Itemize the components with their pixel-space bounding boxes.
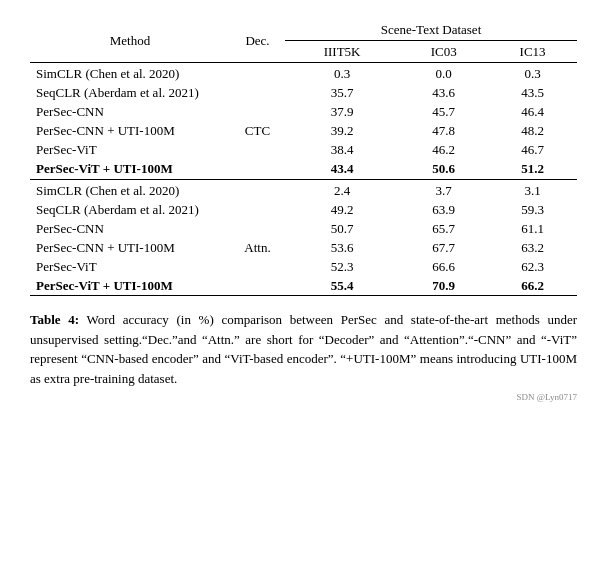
num-cell: 50.7 <box>285 219 399 238</box>
table-row: PerSec-ViT + UTI-100M43.450.651.2 <box>30 160 577 180</box>
num-cell: 3.1 <box>488 179 577 200</box>
table-row: SeqCLR (Aberdam et al. 2021)49.263.959.3 <box>30 200 577 219</box>
dec-cell: Attn. <box>230 238 285 257</box>
table-row: PerSec-CNN50.765.761.1 <box>30 219 577 238</box>
method-cell: SimCLR (Chen et al. 2020) <box>30 63 230 84</box>
num-cell: 0.0 <box>399 63 488 84</box>
table-row: SimCLR (Chen et al. 2020)0.30.00.3 <box>30 63 577 84</box>
dec-cell <box>230 276 285 296</box>
num-cell: 0.3 <box>285 63 399 84</box>
num-cell: 43.4 <box>285 160 399 180</box>
col-ic13: IC13 <box>488 41 577 63</box>
header-row-1: Method Dec. Scene-Text Dataset <box>30 20 577 41</box>
num-cell: 66.6 <box>399 257 488 276</box>
table-row: PerSec-ViT52.366.662.3 <box>30 257 577 276</box>
table-row: PerSec-CNN + UTI-100MCTC39.247.848.2 <box>30 122 577 141</box>
num-cell: 48.2 <box>488 122 577 141</box>
col-ic03: IC03 <box>399 41 488 63</box>
num-cell: 45.7 <box>399 103 488 122</box>
num-cell: 59.3 <box>488 200 577 219</box>
dec-cell: CTC <box>230 122 285 141</box>
table-row: PerSec-CNN + UTI-100MAttn.53.667.763.2 <box>30 238 577 257</box>
table-body: SimCLR (Chen et al. 2020)0.30.00.3SeqCLR… <box>30 63 577 296</box>
num-cell: 66.2 <box>488 276 577 296</box>
method-cell: PerSec-CNN + UTI-100M <box>30 238 230 257</box>
scene-text-header: Scene-Text Dataset <box>285 20 577 41</box>
num-cell: 47.8 <box>399 122 488 141</box>
method-cell: PerSec-ViT + UTI-100M <box>30 276 230 296</box>
dec-cell <box>230 200 285 219</box>
num-cell: 3.7 <box>399 179 488 200</box>
num-cell: 70.9 <box>399 276 488 296</box>
method-cell: SimCLR (Chen et al. 2020) <box>30 179 230 200</box>
table-row: PerSec-ViT38.446.246.7 <box>30 141 577 160</box>
num-cell: 62.3 <box>488 257 577 276</box>
num-cell: 61.1 <box>488 219 577 238</box>
table-row: PerSec-ViT + UTI-100M55.470.966.2 <box>30 276 577 296</box>
num-cell: 63.2 <box>488 238 577 257</box>
table-row: SimCLR (Chen et al. 2020)2.43.73.1 <box>30 179 577 200</box>
num-cell: 46.4 <box>488 103 577 122</box>
num-cell: 50.6 <box>399 160 488 180</box>
num-cell: 46.2 <box>399 141 488 160</box>
method-cell: SeqCLR (Aberdam et al. 2021) <box>30 200 230 219</box>
num-cell: 52.3 <box>285 257 399 276</box>
num-cell: 63.9 <box>399 200 488 219</box>
num-cell: 35.7 <box>285 84 399 103</box>
method-cell: SeqCLR (Aberdam et al. 2021) <box>30 84 230 103</box>
results-table: Method Dec. Scene-Text Dataset IIIT5K IC… <box>30 20 577 296</box>
dec-cell <box>230 63 285 84</box>
num-cell: 51.2 <box>488 160 577 180</box>
table-number: Table 4: <box>30 312 79 327</box>
table-container: Method Dec. Scene-Text Dataset IIIT5K IC… <box>30 20 577 296</box>
table-row: SeqCLR (Aberdam et al. 2021)35.743.643.5 <box>30 84 577 103</box>
table-caption: Table 4: Word accuracy (in %) comparison… <box>30 310 577 388</box>
num-cell: 2.4 <box>285 179 399 200</box>
method-cell: PerSec-ViT + UTI-100M <box>30 160 230 180</box>
watermark: SDN @Lyn0717 <box>30 392 577 402</box>
num-cell: 39.2 <box>285 122 399 141</box>
dec-cell <box>230 141 285 160</box>
num-cell: 49.2 <box>285 200 399 219</box>
caption-text: Word accuracy (in %) comparison between … <box>30 312 577 386</box>
method-cell: PerSec-CNN <box>30 103 230 122</box>
num-cell: 43.5 <box>488 84 577 103</box>
dec-cell <box>230 219 285 238</box>
dec-cell <box>230 160 285 180</box>
method-cell: PerSec-ViT <box>30 257 230 276</box>
dec-cell <box>230 84 285 103</box>
num-cell: 38.4 <box>285 141 399 160</box>
num-cell: 46.7 <box>488 141 577 160</box>
num-cell: 67.7 <box>399 238 488 257</box>
method-header: Method <box>30 20 230 63</box>
method-cell: PerSec-ViT <box>30 141 230 160</box>
method-cell: PerSec-CNN + UTI-100M <box>30 122 230 141</box>
dec-cell <box>230 179 285 200</box>
col-iiit5k: IIIT5K <box>285 41 399 63</box>
num-cell: 37.9 <box>285 103 399 122</box>
num-cell: 55.4 <box>285 276 399 296</box>
dec-cell <box>230 257 285 276</box>
num-cell: 0.3 <box>488 63 577 84</box>
dec-header: Dec. <box>230 20 285 63</box>
num-cell: 65.7 <box>399 219 488 238</box>
method-cell: PerSec-CNN <box>30 219 230 238</box>
dec-cell <box>230 103 285 122</box>
num-cell: 43.6 <box>399 84 488 103</box>
num-cell: 53.6 <box>285 238 399 257</box>
table-row: PerSec-CNN37.945.746.4 <box>30 103 577 122</box>
